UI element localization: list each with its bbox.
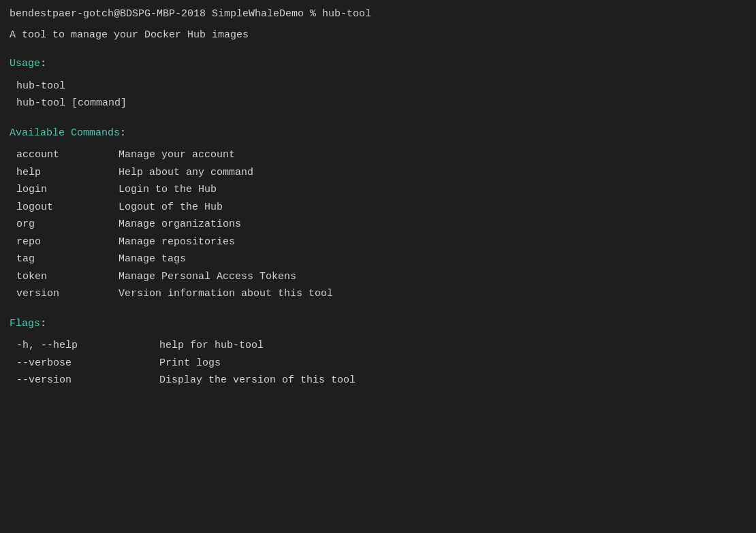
commands-header: Available Commands: <box>10 126 746 142</box>
command-name: repo <box>16 233 119 251</box>
command-row: orgManage organizations <box>10 216 746 233</box>
command-row: repoManage repositories <box>10 233 746 251</box>
terminal-window: bendestpaer-gotch@BDSPG-MBP-2018 SimpleW… <box>10 7 746 389</box>
command-desc: Login to the Hub <box>119 181 217 199</box>
flag-row: --versionDisplay the version of this too… <box>10 372 746 389</box>
command-row: tokenManage Personal Access Tokens <box>10 268 746 286</box>
flags-header-text: Flags <box>10 318 40 329</box>
flags-list: -h, --helphelp for hub-tool --verbosePri… <box>10 337 746 389</box>
command-desc: Manage organizations <box>119 216 241 233</box>
commands-section: Available Commands: accountManage your a… <box>10 126 746 303</box>
command-row: helpHelp about any command <box>10 164 746 182</box>
commands-list: accountManage your accounthelpHelp about… <box>10 146 746 303</box>
command-name: org <box>16 216 119 233</box>
commands-colon: : <box>120 127 126 139</box>
command-name: login <box>16 181 119 199</box>
command-desc: Manage your account <box>119 146 235 164</box>
flag-desc: Display the version of this tool <box>159 372 356 389</box>
command-desc: Version information about this tool <box>119 285 333 303</box>
usage-section: Usage: hub-tool hub-tool [command] <box>10 56 746 112</box>
flag-name: -h, --help <box>16 337 159 355</box>
command-name: help <box>16 164 119 182</box>
usage-colon: : <box>40 58 46 69</box>
command-desc: Help about any command <box>119 164 253 182</box>
command-desc: Manage repositories <box>119 233 235 251</box>
command-desc: Manage tags <box>119 251 186 268</box>
command-row: versionVersion information about this to… <box>10 285 746 303</box>
command-name: logout <box>16 199 119 216</box>
flag-row: -h, --helphelp for hub-tool <box>10 337 746 355</box>
flags-header: Flags: <box>10 317 746 332</box>
flags-section: Flags: -h, --helphelp for hub-tool --ver… <box>10 317 746 389</box>
prompt-line: bendestpaer-gotch@BDSPG-MBP-2018 SimpleW… <box>10 7 746 22</box>
command-name: tag <box>16 251 119 268</box>
commands-header-text: Available Commands <box>10 127 120 139</box>
command-row: accountManage your account <box>10 146 746 164</box>
flags-colon: : <box>40 318 46 329</box>
command-name: version <box>16 285 119 303</box>
usage-header-text: Usage <box>10 58 40 69</box>
command-row: logoutLogout of the Hub <box>10 199 746 216</box>
flag-desc: Print logs <box>159 355 221 372</box>
flag-name: --version <box>16 372 159 389</box>
command-row: tagManage tags <box>10 251 746 268</box>
command-desc: Logout of the Hub <box>119 199 223 216</box>
command-name: token <box>16 268 119 286</box>
usage-line-2: hub-tool [command] <box>10 95 746 112</box>
flag-row: --verbosePrint logs <box>10 355 746 372</box>
tool-description: A tool to manage your Docker Hub images <box>10 28 746 44</box>
flag-desc: help for hub-tool <box>159 337 264 355</box>
flag-name: --verbose <box>16 355 159 372</box>
command-desc: Manage Personal Access Tokens <box>119 268 296 286</box>
command-row: loginLogin to the Hub <box>10 181 746 199</box>
usage-header: Usage: <box>10 56 746 72</box>
command-name: account <box>16 146 119 164</box>
usage-line-1: hub-tool <box>10 78 746 95</box>
